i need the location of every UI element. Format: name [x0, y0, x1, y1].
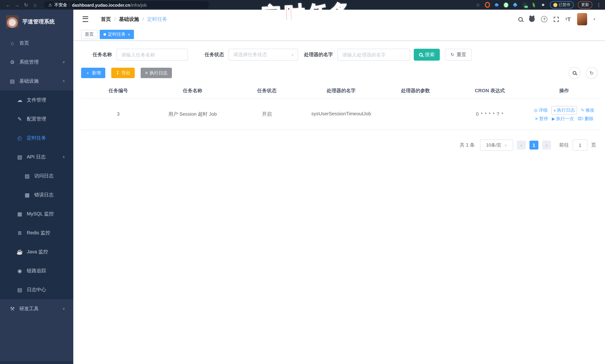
browser-chrome: ← → ↻ ⌂ ⚠ 不安全 dashboard.yudao.iocoder.cn…	[0, 0, 605, 10]
redis-monitor-icon: ≣	[16, 230, 23, 236]
page-header: 首页 / 基础设施 / 定时任务 ? TT	[73, 10, 605, 29]
log-center-icon: ▤	[16, 287, 23, 293]
plus-icon: ＋	[86, 70, 90, 76]
edit-link[interactable]: ✎ 修改	[581, 107, 594, 114]
font-size-icon[interactable]: TT	[565, 16, 571, 22]
play-icon: ▶	[552, 117, 555, 121]
sidebar-bottom-strip	[0, 361, 73, 364]
add-button[interactable]: ＋ 新增	[81, 68, 105, 78]
tab-scheduled-tasks[interactable]: 定时任务 ×	[100, 30, 134, 39]
next-page-button[interactable]: ›	[542, 141, 551, 150]
extension-sprout-icon[interactable]	[531, 2, 536, 7]
back-icon[interactable]: ←	[4, 2, 13, 8]
sidebar-item-access-log[interactable]: ▨ 访问日志	[0, 166, 73, 185]
execution-log-button[interactable]: ≡ 执行日志	[141, 68, 172, 78]
row-execution-log-link[interactable]: ≡ 执行日志	[551, 106, 577, 115]
user-menu-caret-icon[interactable]: ▾	[593, 17, 595, 21]
paused-badge[interactable]: 已暂停	[550, 1, 574, 9]
sidebar-item-error-log[interactable]: ▩ 错误日志	[0, 185, 73, 204]
infrastructure-icon: ▤	[9, 78, 16, 84]
sidebar-item-label: 配置管理	[27, 116, 46, 122]
delete-link[interactable]: ⌦ 删除	[578, 116, 593, 122]
avatar[interactable]	[577, 13, 587, 25]
fullscreen-icon[interactable]	[554, 16, 559, 22]
breadcrumb-separator: /	[143, 16, 144, 22]
edit-icon: ✎	[16, 116, 23, 122]
tab-close-icon[interactable]: ×	[128, 32, 130, 37]
refresh-table-button[interactable]: ↻	[586, 67, 598, 79]
breadcrumb-home[interactable]: 首页	[101, 16, 111, 23]
cell-handler-param	[378, 99, 453, 130]
update-button[interactable]: 更新	[578, 1, 592, 9]
url-text[interactable]: dashboard.yudao.iocoder.cn/infra/job	[72, 1, 147, 8]
search-button[interactable]: 搜索	[414, 49, 440, 61]
page-number-1[interactable]: 1	[529, 141, 539, 150]
extension-check-icon[interactable]: ✓	[503, 2, 508, 7]
extension-star-icon[interactable]: ★	[540, 2, 546, 7]
extension-gem-icon[interactable]	[513, 2, 518, 7]
paused-label: 已暂停	[559, 2, 570, 7]
table-row: 3 用户 Session 超时 Job 开启 sysUserSessionTim…	[81, 99, 601, 130]
github-icon[interactable]	[529, 16, 535, 22]
emoji-face-icon	[553, 3, 557, 7]
sidebar-item-api-log[interactable]: ▧ API 日志 ∧	[0, 147, 73, 166]
goto-label: 前往	[559, 142, 569, 148]
chevron-down-icon: ∨	[62, 60, 65, 64]
detail-link[interactable]: ◎ 详细	[534, 107, 548, 114]
sidebar-item-trace[interactable]: ◉ 链路追踪	[0, 261, 73, 280]
breadcrumb-infrastructure[interactable]: 基础设施	[119, 16, 139, 23]
dashboard-icon: ⌂	[9, 40, 16, 46]
tab-home[interactable]: 首页	[81, 30, 97, 39]
extension-drop-icon[interactable]	[494, 2, 499, 7]
collapse-sidebar-icon[interactable]	[83, 16, 88, 22]
sidebar: 芋道管理系统 ⌂ 首页 ⚙ 系统管理 ∨ ▤ 基础设施 ∧	[0, 10, 73, 364]
export-button[interactable]: ↧ 导出	[111, 68, 135, 78]
sidebar-item-redis-monitor[interactable]: ≣ Redis 监控	[0, 223, 73, 242]
gear-icon: ⚙	[9, 59, 16, 65]
search-icon[interactable]	[518, 17, 523, 21]
cloud-upload-icon: ☁	[16, 97, 23, 103]
show-search-button[interactable]	[568, 67, 580, 79]
address-bar[interactable]: ⚠ 不安全 dashboard.yudao.iocoder.cn/infra/j…	[44, 1, 209, 9]
sidebar-item-system[interactable]: ⚙ 系统管理 ∨	[0, 52, 73, 71]
run-once-link[interactable]: ▶ 执行一次	[552, 116, 574, 122]
handler-name-input[interactable]	[338, 49, 410, 61]
app-title: 芋道管理系统	[22, 18, 55, 25]
bookmark-star-icon[interactable]: ☆	[475, 2, 481, 7]
add-button-label: 新增	[92, 70, 101, 76]
task-name-input[interactable]	[117, 49, 188, 61]
sidebar-item-home[interactable]: ⌂ 首页	[0, 33, 73, 52]
forward-icon[interactable]: →	[13, 2, 22, 8]
app-logo-row[interactable]: 芋道管理系统	[0, 10, 73, 33]
sidebar-item-file-management[interactable]: ☁ 文件管理	[0, 91, 73, 109]
address-divider	[69, 3, 70, 7]
security-label[interactable]: 不安全	[54, 2, 67, 8]
extension-orange-icon[interactable]	[485, 2, 490, 7]
sidebar-item-mysql-monitor[interactable]: ▦ MySQL 监控	[0, 204, 73, 223]
sidebar-item-dev-tools[interactable]: ⚒ 研发工具 ∨	[0, 299, 73, 318]
app-body: 芋道管理系统 ⌂ 首页 ⚙ 系统管理 ∨ ▤ 基础设施 ∧	[0, 10, 605, 364]
extension-recorder-icon[interactable]: on	[522, 2, 527, 7]
prev-page-button[interactable]: ‹	[517, 141, 526, 150]
sidebar-item-log-center[interactable]: ▤ 日志中心	[0, 280, 73, 299]
column-header-name: 任务名称	[155, 83, 230, 98]
sidebar-item-label: 日志中心	[27, 286, 46, 293]
pause-link[interactable]: ✕ 暂停	[535, 116, 548, 122]
reset-button[interactable]: ↻ 重置	[445, 49, 472, 61]
sidebar-item-config-management[interactable]: ✎ 配置管理	[0, 109, 73, 128]
sidebar-item-java-monitor[interactable]: ☕ Java 监控	[0, 242, 73, 261]
page-size-select[interactable]: 10条/页 ∨	[480, 140, 513, 151]
reload-icon[interactable]: ↻	[22, 2, 30, 8]
home-icon[interactable]: ⌂	[30, 2, 39, 8]
sidebar-item-infrastructure[interactable]: ▤ 基础设施 ∧	[0, 71, 73, 91]
on-badge: on	[524, 6, 528, 8]
sidebar-item-label: 基础设施	[19, 78, 39, 84]
help-icon[interactable]: ?	[541, 16, 548, 22]
browser-menu-icon[interactable]: ⋮	[596, 2, 601, 8]
sidebar-menu: ⌂ 首页 ⚙ 系统管理 ∨ ▤ 基础设施 ∧ ☁ 文件管理	[0, 33, 73, 361]
sidebar-item-scheduled-tasks[interactable]: ◴ 定时任务	[0, 128, 73, 147]
goto-page-input[interactable]	[573, 140, 588, 151]
search-icon	[419, 53, 423, 57]
task-status-select[interactable]: 请选择任务状态 ∨	[228, 49, 298, 61]
cell-task-status: 开启	[230, 99, 304, 130]
